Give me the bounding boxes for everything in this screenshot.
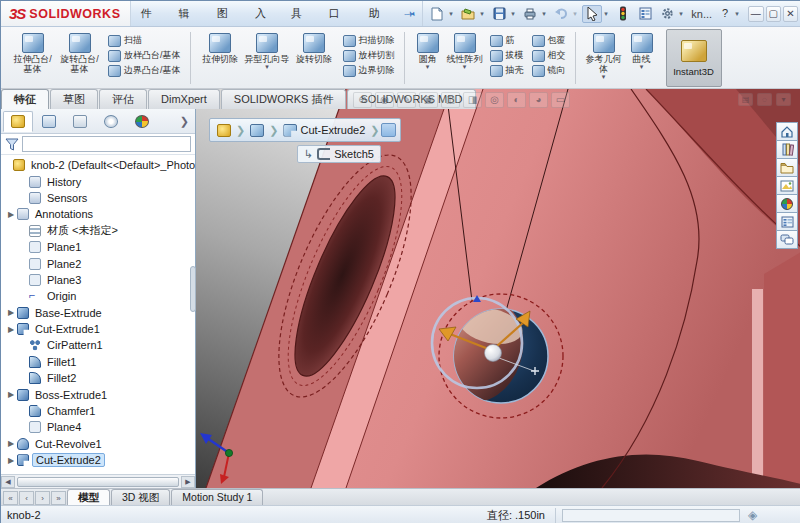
home-icon[interactable] bbox=[776, 122, 798, 141]
tree-item-annotations[interactable]: ▶Annotations bbox=[1, 206, 195, 222]
open-dropdown-caret[interactable]: ▾ bbox=[480, 10, 487, 18]
breadcrumb-face-chip[interactable] bbox=[381, 123, 396, 137]
expand-arrow-icon[interactable]: ▶ bbox=[5, 390, 17, 399]
scroll-right-arrow-icon[interactable]: ▶ bbox=[181, 476, 195, 488]
lofted-boss-button[interactable]: 放样凸台/基体 bbox=[105, 48, 184, 63]
save-dropdown-caret[interactable]: ▾ bbox=[511, 10, 518, 18]
help-menu[interactable]: ? bbox=[717, 1, 733, 26]
tree-item-cut-extrude1[interactable]: ▶Cut-Extrude1 bbox=[1, 321, 195, 337]
rib-button[interactable]: 筋 bbox=[487, 33, 527, 48]
tree-item-material[interactable]: 材质 <未指定> bbox=[1, 223, 195, 239]
mirror-button[interactable]: 镜向 bbox=[529, 63, 569, 78]
tree-root-knob-2[interactable]: knob-2 (Default<<Default>_PhotoWo bbox=[1, 157, 195, 173]
breadcrumb-sketch-label[interactable]: Sketch5 bbox=[334, 148, 374, 160]
tree-item-cut-extrude2[interactable]: ▶Cut-Extrude2 bbox=[1, 452, 195, 468]
boundary-cut-button[interactable]: 边界切除 bbox=[340, 63, 398, 78]
close-button[interactable]: ✕ bbox=[783, 6, 798, 22]
expand-arrow-icon[interactable]: ▶ bbox=[5, 210, 17, 219]
configuration-manager-tab[interactable] bbox=[65, 111, 95, 132]
reference-geometry-button[interactable]: 参考几何体▾ bbox=[582, 31, 626, 80]
swept-boss-button[interactable]: 扫描 bbox=[105, 33, 184, 48]
boundary-boss-button[interactable]: 边界凸台/基体 bbox=[105, 63, 184, 78]
options-overflow-icon[interactable]: ▾ bbox=[776, 93, 791, 106]
tree-item-plane2[interactable]: Plane2 bbox=[1, 255, 195, 271]
maximize-button[interactable]: ▢ bbox=[766, 6, 781, 22]
hide-items-icon[interactable]: ◎ bbox=[485, 92, 504, 108]
settings-gear-button[interactable] bbox=[657, 5, 677, 23]
print-button[interactable] bbox=[520, 5, 540, 23]
revolved-cut-button[interactable]: 旋转切除 bbox=[291, 31, 338, 64]
3d-views-tab[interactable]: 3D 视图 bbox=[111, 489, 170, 505]
display-style-icon[interactable]: ◫ bbox=[441, 92, 460, 108]
undo-button[interactable] bbox=[551, 5, 571, 23]
tab-features[interactable]: 特征 bbox=[1, 89, 49, 109]
view-palette-icon[interactable] bbox=[776, 176, 798, 195]
model-right-facet[interactable] bbox=[764, 252, 800, 488]
new-document-button[interactable] bbox=[427, 5, 447, 23]
fillet-button[interactable]: 圆角▾ bbox=[411, 31, 445, 70]
expand-arrow-icon[interactable]: ▶ bbox=[5, 325, 17, 334]
screen-icon[interactable]: ▭ bbox=[551, 92, 570, 108]
tree-item-plane1[interactable]: Plane1 bbox=[1, 239, 195, 255]
pin-menu-icon[interactable]: 📌︎ bbox=[401, 4, 419, 22]
tab-sketch[interactable]: 草图 bbox=[50, 89, 98, 109]
model-right-edge-highlight[interactable] bbox=[752, 289, 763, 488]
zoom-fit-icon[interactable]: ⊕ bbox=[353, 92, 372, 108]
linear-pattern-caret[interactable]: ▾ bbox=[463, 64, 467, 70]
appearance-icon[interactable]: ◐ bbox=[507, 92, 526, 108]
instant3d-button[interactable]: Instant3D bbox=[666, 29, 722, 87]
section-view-icon[interactable]: ◨ bbox=[463, 92, 482, 108]
minimize-button[interactable]: — bbox=[748, 6, 763, 22]
lofted-cut-button[interactable]: 放样切割 bbox=[340, 48, 398, 63]
view-orientation-icon[interactable]: ▣ bbox=[419, 92, 438, 108]
scrollbar-thumb[interactable] bbox=[17, 477, 179, 487]
tree-item-cirpattern1[interactable]: CirPattern1 bbox=[1, 337, 195, 353]
lights-icon[interactable]: ◌ bbox=[757, 93, 772, 106]
fillet-caret[interactable]: ▾ bbox=[426, 64, 430, 70]
tree-item-sensors[interactable]: Sensors bbox=[1, 190, 195, 206]
undo-dropdown-caret[interactable]: ▾ bbox=[573, 10, 580, 18]
scene-icon[interactable]: ◕ bbox=[529, 92, 548, 108]
scroll-left-arrow-icon[interactable]: ◀ bbox=[1, 476, 15, 488]
tree-item-origin[interactable]: ⌐Origin bbox=[1, 288, 195, 304]
tree-item-chamfer1[interactable]: Chamfer1 bbox=[1, 403, 195, 419]
motion-study-tab[interactable]: Motion Study 1 bbox=[171, 489, 263, 505]
save-button[interactable] bbox=[489, 5, 509, 23]
new-dropdown-caret[interactable]: ▾ bbox=[449, 10, 456, 18]
print-dropdown-caret[interactable]: ▾ bbox=[542, 10, 549, 18]
draft-button[interactable]: 拔模 bbox=[487, 48, 527, 63]
hole-wizard-caret[interactable]: ▾ bbox=[265, 64, 269, 70]
breadcrumb-part[interactable] bbox=[214, 123, 234, 138]
linear-pattern-button[interactable]: 线性阵列▾ bbox=[445, 31, 485, 70]
last-tab-nav-icon[interactable]: » bbox=[51, 491, 66, 505]
tree-item-fillet2[interactable]: Fillet2 bbox=[1, 370, 195, 386]
forum-icon[interactable] bbox=[776, 230, 798, 249]
camera-icon[interactable]: ▤ bbox=[738, 93, 753, 106]
expand-arrow-icon[interactable]: ▶ bbox=[5, 439, 17, 448]
shell-button[interactable]: 抽壳 bbox=[487, 63, 527, 78]
tree-horizontal-scrollbar[interactable]: ◀ ▶ bbox=[1, 474, 195, 488]
select-dropdown-caret[interactable]: ▾ bbox=[604, 10, 611, 18]
zoom-area-icon[interactable]: ◉ bbox=[375, 92, 394, 108]
tab-dimxpert[interactable]: DimXpert bbox=[148, 89, 220, 109]
extruded-boss-base-button[interactable]: 拉伸凸台/基体 bbox=[9, 31, 56, 74]
property-manager-tab[interactable] bbox=[34, 111, 64, 132]
expand-arrow-icon[interactable]: ▶ bbox=[5, 456, 17, 465]
appearances-icon[interactable] bbox=[776, 194, 798, 213]
document-name-short[interactable]: kn... bbox=[688, 8, 715, 20]
tree-item-plane3[interactable]: Plane3 bbox=[1, 272, 195, 288]
rebuild-traffic-light-button[interactable] bbox=[613, 5, 633, 23]
custom-properties-icon[interactable] bbox=[776, 212, 798, 231]
display-manager-tab[interactable] bbox=[127, 111, 157, 132]
first-tab-nav-icon[interactable]: « bbox=[3, 491, 18, 505]
previous-view-icon[interactable]: ✎ bbox=[397, 92, 416, 108]
tab-evaluate[interactable]: 评估 bbox=[99, 89, 147, 109]
tree-filter-input[interactable] bbox=[22, 136, 191, 152]
wrap-button[interactable]: 包覆 bbox=[529, 33, 569, 48]
tree-item-cut-revolve1[interactable]: ▶Cut-Revolve1 bbox=[1, 436, 195, 452]
open-button[interactable] bbox=[458, 5, 478, 23]
options-list-button[interactable] bbox=[635, 5, 655, 23]
settings-dropdown-caret[interactable]: ▾ bbox=[679, 10, 686, 18]
intersect-button[interactable]: 相交 bbox=[529, 48, 569, 63]
drag-sphere-handle[interactable] bbox=[485, 345, 502, 362]
